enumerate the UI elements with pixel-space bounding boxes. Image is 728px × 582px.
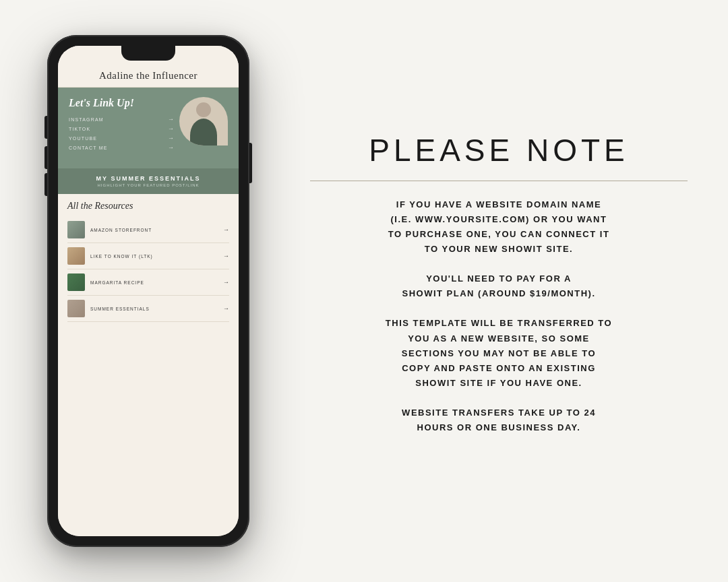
phone-link-tiktok: TikTok (69, 127, 90, 131)
phone-link-youtube: Youtube (69, 136, 97, 141)
phone-resource-thumb-1 (67, 221, 85, 238)
phone-resource-label-1: Amazon Storefront (90, 228, 218, 232)
phone-link-item[interactable]: Contact Me → (69, 143, 174, 152)
phone-link-item[interactable]: TikTok → (69, 124, 174, 133)
phone-resource-item[interactable]: Margarita Recipe → (67, 269, 229, 296)
phone-link-item[interactable]: Youtube → (69, 133, 174, 143)
phone-links-area: Let's Link Up! Instagram → TikTok → Yout… (69, 97, 174, 152)
phone-link-arrow-4: → (168, 144, 174, 151)
note-paragraph-3: THIS TEMPLATE WILL BE TRANSFERRED TO YOU… (386, 316, 612, 390)
phone-resources: All the Resources Amazon Storefront → Li… (58, 194, 239, 536)
phone-resource-label-4: Summer Essentials (90, 306, 218, 311)
phone-resource-arrow-4: → (223, 305, 229, 312)
section-divider (310, 181, 688, 181)
phone-resource-thumb-2 (67, 247, 85, 265)
phone-resource-thumb-3 (67, 273, 85, 291)
phone-resource-label-3: Margarita Recipe (90, 280, 218, 285)
phone-resource-arrow-1: → (223, 226, 229, 233)
phone-link-contact: Contact Me (69, 146, 108, 150)
phone-resource-item[interactable]: Amazon Storefront → (67, 217, 229, 243)
phone-green-section: Let's Link Up! Instagram → TikTok → Yout… (58, 88, 239, 168)
phone-resource-arrow-2: → (223, 253, 229, 259)
phone-brand-name: Adaline the Influencer (69, 70, 228, 82)
phone-link-arrow-2: → (168, 125, 174, 132)
phone-resource-item[interactable]: Like to Know It (LTK) → (67, 243, 229, 269)
phone-resources-title: All the Resources (67, 201, 229, 212)
note-paragraph-4: WEBSITE TRANSFERS TAKE UP TO 24 HOURS OR… (402, 406, 596, 435)
right-content: Please Note IF YOU HAVE A WEBSITE DOMAIN… (297, 132, 688, 450)
phone-screen: Adaline the Influencer Let's Link Up! In… (58, 46, 239, 536)
phone-featured-sub: Highlight your featured post/link (69, 183, 228, 187)
note-paragraph-2: YOU'LL NEED TO PAY FOR A SHOWIT PLAN (AR… (402, 271, 596, 301)
phone-mockup: Adaline the Influencer Let's Link Up! In… (40, 28, 256, 554)
phone-link-instagram: Instagram (69, 117, 104, 122)
phone-resource-label-2: Like to Know It (LTK) (90, 254, 218, 259)
phone-resource-thumb-4 (67, 300, 85, 317)
phone-featured: My Summer Essentials Highlight your feat… (58, 168, 239, 194)
phone-portrait (179, 97, 228, 146)
note-paragraph-1: IF YOU HAVE A WEBSITE DOMAIN NAME (I.E. … (388, 197, 610, 257)
phone-notch (121, 46, 175, 61)
phone-link-item[interactable]: Instagram → (69, 115, 174, 124)
phone-link-arrow-1: → (168, 116, 174, 123)
phone-lets-link: Let's Link Up! (69, 97, 174, 109)
phone-featured-title: My Summer Essentials (69, 175, 228, 182)
phone-resource-arrow-3: → (223, 279, 229, 286)
phone-frame: Adaline the Influencer Let's Link Up! In… (47, 35, 249, 547)
phone-link-arrow-3: → (168, 135, 174, 141)
please-note-title: Please Note (369, 132, 629, 168)
phone-resource-item[interactable]: Summer Essentials → (67, 296, 229, 322)
page-wrapper: Adaline the Influencer Let's Link Up! In… (0, 0, 728, 582)
